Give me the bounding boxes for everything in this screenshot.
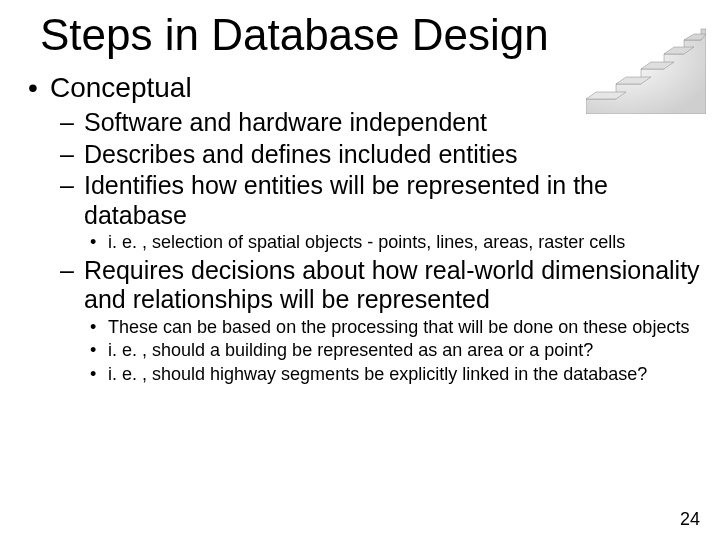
bullet-l3: i. e. , should highway segments be expli… (90, 364, 700, 386)
bullet-l2: Requires decisions about how real-world … (60, 256, 700, 315)
bullet-l3: i. e. , selection of spatial objects - p… (90, 232, 700, 254)
page-number: 24 (680, 509, 700, 530)
bullet-l2: Describes and defines included entities (60, 140, 700, 170)
bullet-l3: i. e. , should a building be represented… (90, 340, 700, 362)
bullet-l2: Identifies how entities will be represen… (60, 171, 700, 230)
slide-body: Conceptual Software and hardware indepen… (28, 72, 700, 388)
bullet-l2: Software and hardware independent (60, 108, 700, 138)
slide: Steps in Database Design Conceptual Soft… (0, 0, 720, 540)
bullet-l3: These can be based on the processing tha… (90, 317, 700, 339)
slide-title: Steps in Database Design (40, 10, 549, 60)
bullet-l1: Conceptual (28, 72, 700, 104)
